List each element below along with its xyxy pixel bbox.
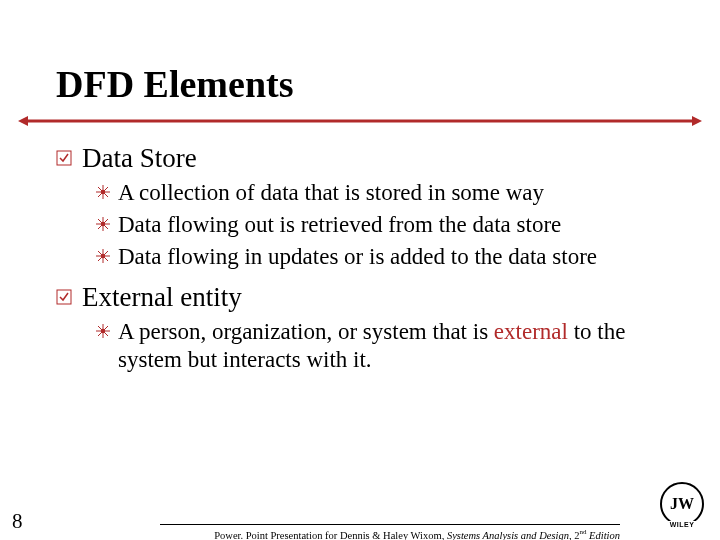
sublist: A collection of data that is stored in s… — [96, 179, 664, 271]
list-item: Data flowing in updates or is added to t… — [96, 243, 664, 271]
footer-segment: Power. Point Presentation for Dennis & H… — [214, 530, 447, 541]
burst-icon — [96, 217, 110, 231]
list-item-label: Data Store — [82, 142, 197, 175]
list-item-label: A person, organization, or system that i… — [118, 318, 664, 374]
burst-icon — [96, 185, 110, 199]
list-item-label: External entity — [82, 281, 242, 314]
title-divider — [18, 114, 702, 128]
bullet-icon — [56, 289, 72, 305]
burst-icon — [96, 324, 110, 338]
logo-label: WILEY — [660, 521, 704, 528]
list-item-label: Data flowing in updates or is added to t… — [118, 243, 597, 271]
bullet-icon — [56, 150, 72, 166]
svg-marker-1 — [18, 116, 28, 126]
svg-point-18 — [101, 254, 105, 258]
svg-rect-3 — [57, 151, 71, 165]
list-item: A collection of data that is stored in s… — [96, 179, 664, 207]
slide-title: DFD Elements — [56, 62, 293, 106]
list-item-label: A collection of data that is stored in s… — [118, 179, 544, 207]
svg-rect-19 — [57, 290, 71, 304]
list-item: External entity — [56, 281, 664, 314]
publisher-logo: JW WILEY — [660, 482, 704, 526]
list-item-label: Data flowing out is retrieved from the d… — [118, 211, 561, 239]
svg-point-24 — [101, 329, 105, 333]
footer-segment: Edition — [586, 530, 620, 541]
list-item: Data Store — [56, 142, 664, 175]
svg-marker-2 — [692, 116, 702, 126]
logo-monogram: JW — [660, 482, 704, 526]
svg-point-8 — [101, 190, 105, 194]
svg-point-13 — [101, 222, 105, 226]
list-item: A person, organization, or system that i… — [96, 318, 664, 374]
page-number: 8 — [12, 509, 23, 534]
burst-icon — [96, 249, 110, 263]
list-item: Data flowing out is retrieved from the d… — [96, 211, 664, 239]
slide: DFD Elements Data Store A collection o — [0, 0, 720, 540]
footer-segment: Systems Analysis and Design, — [447, 530, 574, 541]
footer-text: Power. Point Presentation for Dennis & H… — [160, 528, 620, 540]
content-area: Data Store A collection of data that is … — [56, 136, 664, 374]
sublist: A person, organization, or system that i… — [96, 318, 664, 374]
footer-divider — [160, 524, 620, 525]
